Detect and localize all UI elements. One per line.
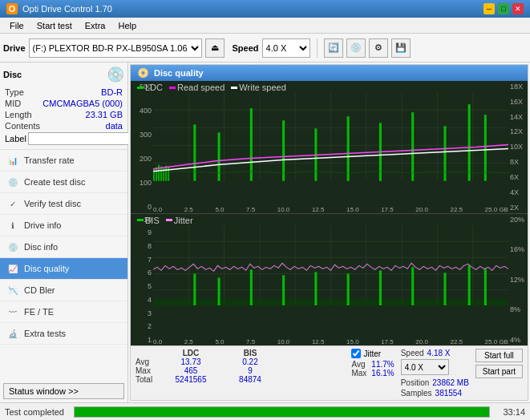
disc-header: Disc 💿 <box>3 66 124 83</box>
stats-header-ldc: LDC <box>163 349 219 357</box>
sidebar-item-cd-bler[interactable]: 📉 CD Bler <box>0 280 127 301</box>
toolbar: Drive (F:) PLEXTOR BD-R PX-LB950SA 1.06 … <box>0 34 530 63</box>
chart-top: LDC Read speed Write speed 500 <box>131 81 528 214</box>
menu-extra[interactable]: Extra <box>79 19 112 32</box>
stats-avg-ldc: 13.73 <box>163 357 219 366</box>
sidebar-item-fe-te[interactable]: 〰 FE / TE <box>0 301 127 323</box>
toolbar-settings-button[interactable]: ⚙ <box>369 38 388 58</box>
drive-select[interactable]: (F:) PLEXTOR BD-R PX-LB950SA 1.06 <box>29 38 202 58</box>
main-area: Disc 💿 Type BD-R MID CMCMAGBA5 (000) Len… <box>0 63 530 402</box>
toolbar-disc-button[interactable]: 💿 <box>346 38 366 58</box>
drive-info-icon: ℹ <box>6 219 19 232</box>
maximize-button[interactable]: □ <box>498 3 509 14</box>
sidebar-item-extra-tests[interactable]: 🔬 Extra tests <box>0 323 127 345</box>
stats-speed-select[interactable]: 4.0 X <box>401 359 449 375</box>
buttons-section: Start full Start part <box>475 349 523 378</box>
minimize-button[interactable]: ─ <box>483 3 495 14</box>
svg-rect-44 <box>153 299 508 305</box>
content-area: 📀 Disc quality LDC Read <box>128 63 530 402</box>
extra-tests-icon: 🔬 <box>6 327 19 340</box>
eject-button[interactable]: ⏏ <box>205 38 225 58</box>
menu-file[interactable]: File <box>3 19 30 32</box>
toolbar-separator <box>317 38 318 58</box>
transfer-rate-icon: 📊 <box>6 154 19 167</box>
title-bar-left: O Opti Drive Control 1.70 <box>6 3 112 14</box>
fe-te-icon: 〰 <box>6 305 19 318</box>
cd-bler-icon: 📉 <box>6 284 19 297</box>
jitter-label: Jitter <box>363 349 381 358</box>
chart-top-legend: LDC Read speed Write speed <box>137 83 286 92</box>
sidebar-item-drive-info[interactable]: ℹ Drive info <box>0 215 127 236</box>
start-part-button[interactable]: Start part <box>475 365 523 378</box>
legend-jitter: Jitter <box>166 216 193 225</box>
stats-max-ldc: 465 <box>163 366 219 375</box>
stats-area: LDC BIS Avg 13.73 0.22 Max 465 9 Total <box>131 345 528 400</box>
legend-write-speed: Write speed <box>231 83 286 92</box>
stats-total-ldc: 5241565 <box>163 375 219 384</box>
speed-value: 4.18 X <box>427 349 451 357</box>
chart-bottom-y-left: 10 9 8 7 6 5 4 3 2 1 <box>131 214 153 346</box>
sidebar-item-transfer-rate[interactable]: 📊 Transfer rate <box>0 150 127 172</box>
svg-rect-23 <box>282 120 285 181</box>
svg-rect-54 <box>468 265 471 305</box>
sidebar-item-disc-info[interactable]: 💿 Disc info <box>0 236 127 258</box>
chart-top-y-right: 18X 16X 14X 12X 10X 8X 6X 4X 2X <box>508 81 528 213</box>
ldc-color <box>137 87 144 89</box>
status-bar: Test completed 33:14 <box>0 402 530 420</box>
chart-bottom-x-axis: 0.0 2.5 5.0 7.5 10.0 12.5 15.0 17.5 20.0… <box>153 338 508 345</box>
app-title: Opti Drive Control 1.70 <box>22 4 112 14</box>
disc-label-input[interactable] <box>28 132 131 145</box>
svg-rect-47 <box>250 269 253 305</box>
charts-area: LDC Read speed Write speed 500 <box>131 81 528 345</box>
toolbar-save-button[interactable]: 💾 <box>391 38 411 58</box>
panel-header: 📀 Disc quality <box>131 65 528 81</box>
toolbar-refresh-button[interactable]: 🔄 <box>324 38 343 58</box>
stats-table: LDC BIS Avg 13.73 0.22 Max 465 9 Total <box>136 349 346 384</box>
bis-color <box>137 219 144 221</box>
svg-rect-55 <box>484 269 487 305</box>
menu-bar: File Start test Extra Help <box>0 18 530 34</box>
jitter-max: 16.1% <box>371 369 394 378</box>
svg-rect-45 <box>193 273 196 305</box>
speed-select[interactable]: 4.0 X <box>262 38 310 58</box>
svg-rect-20 <box>193 124 196 180</box>
svg-rect-21 <box>218 132 220 180</box>
title-bar: O Opti Drive Control 1.70 ─ □ ✕ <box>0 0 530 18</box>
disc-icon: 💿 <box>107 66 124 83</box>
status-text: Test completed <box>5 407 64 417</box>
svg-rect-28 <box>443 126 446 180</box>
status-window-button[interactable]: Status window >> <box>3 383 124 399</box>
menu-help[interactable]: Help <box>111 19 143 32</box>
svg-rect-27 <box>411 112 414 181</box>
write-speed-color <box>231 87 237 89</box>
sidebar: Disc 💿 Type BD-R MID CMCMAGBA5 (000) Len… <box>0 63 128 402</box>
sidebar-item-verify-test-disc[interactable]: ✓ Verify test disc <box>0 193 127 215</box>
chart-bottom-svg <box>153 225 508 306</box>
disc-type-row: Type BD-R <box>3 87 124 98</box>
svg-rect-51 <box>379 270 382 305</box>
create-test-disc-icon: 💿 <box>6 176 19 188</box>
verify-test-disc-icon: ✓ <box>6 197 19 210</box>
menu-start-test[interactable]: Start test <box>30 19 79 32</box>
jitter-checkbox[interactable] <box>351 349 361 358</box>
svg-rect-25 <box>347 116 350 181</box>
svg-rect-46 <box>218 277 220 305</box>
disc-quality-panel: 📀 Disc quality LDC Read <box>130 64 528 401</box>
disc-length-row: Length 23.31 GB <box>3 109 124 120</box>
legend-read-speed: Read speed <box>169 83 225 92</box>
sidebar-item-disc-quality[interactable]: 📈 Disc quality <box>0 258 127 280</box>
chart-top-x-axis: 0.0 2.5 5.0 7.5 10.0 12.5 15.0 17.5 20.0… <box>153 206 508 213</box>
svg-rect-30 <box>484 115 487 181</box>
disc-contents-row: Contents data <box>3 120 124 131</box>
stats-avg-bis: 0.22 <box>222 357 278 366</box>
stats-max-bis: 9 <box>222 366 278 375</box>
close-button[interactable]: ✕ <box>512 3 524 14</box>
stats-total-bis: 84874 <box>222 375 278 384</box>
start-full-button[interactable]: Start full <box>475 349 523 362</box>
sidebar-item-create-test-disc[interactable]: 💿 Create test disc <box>0 172 127 193</box>
stats-header-row: LDC BIS <box>136 349 346 357</box>
window-controls: ─ □ ✕ <box>483 3 524 14</box>
jitter-section: Jitter Avg 11.7% Max 16.1% <box>351 349 394 378</box>
disc-quality-icon: 📈 <box>6 262 19 275</box>
svg-rect-48 <box>282 275 285 305</box>
